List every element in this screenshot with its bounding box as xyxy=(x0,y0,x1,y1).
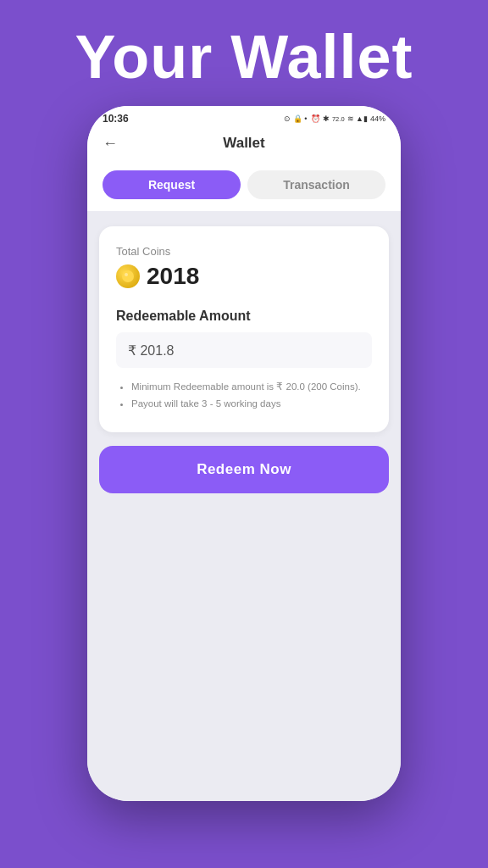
tab-request[interactable]: Request xyxy=(103,170,241,199)
total-coins-label: Total Coins xyxy=(116,245,372,258)
status-bar: 10:36 ⊙ 🔒 • ⏰ ✱ 72.0 ≋ ▲▮ 44% xyxy=(87,106,401,128)
svg-point-0 xyxy=(122,270,134,282)
header-title: Wallet xyxy=(223,135,264,152)
phone-mockup: 10:36 ⊙ 🔒 • ⏰ ✱ 72.0 ≋ ▲▮ 44% ← Wallet R… xyxy=(87,106,401,801)
page-background-title: Your Wallet xyxy=(0,24,488,91)
status-icons: ⊙ 🔒 • ⏰ ✱ 72.0 ≋ ▲▮ 44% xyxy=(284,114,385,123)
coin-amount: 2018 xyxy=(147,263,199,290)
tab-bar: Request Transaction xyxy=(87,162,401,211)
wallet-card: Total Coins 2018 Redeemable Amount Minim… xyxy=(99,226,389,432)
info-list: Minimum Redeemable amount is ₹ 20.0 (200… xyxy=(116,380,372,410)
svg-point-1 xyxy=(125,273,128,276)
coin-row: 2018 xyxy=(116,263,372,290)
info-item-minimum: Minimum Redeemable amount is ₹ 20.0 (200… xyxy=(131,380,372,393)
back-button[interactable]: ← xyxy=(103,135,118,153)
info-item-payout: Payout will take 3 - 5 working days xyxy=(131,397,372,410)
coin-icon xyxy=(116,264,140,288)
tab-transaction[interactable]: Transaction xyxy=(247,170,385,199)
redeemable-amount-label: Redeemable Amount xyxy=(116,309,372,324)
app-header: ← Wallet xyxy=(87,128,401,162)
status-time: 10:36 xyxy=(103,113,129,125)
main-content: Total Coins 2018 Redeemable Amount Minim… xyxy=(87,211,401,801)
redeem-now-button[interactable]: Redeem Now xyxy=(99,446,389,493)
redeemable-amount-input[interactable] xyxy=(116,332,372,368)
